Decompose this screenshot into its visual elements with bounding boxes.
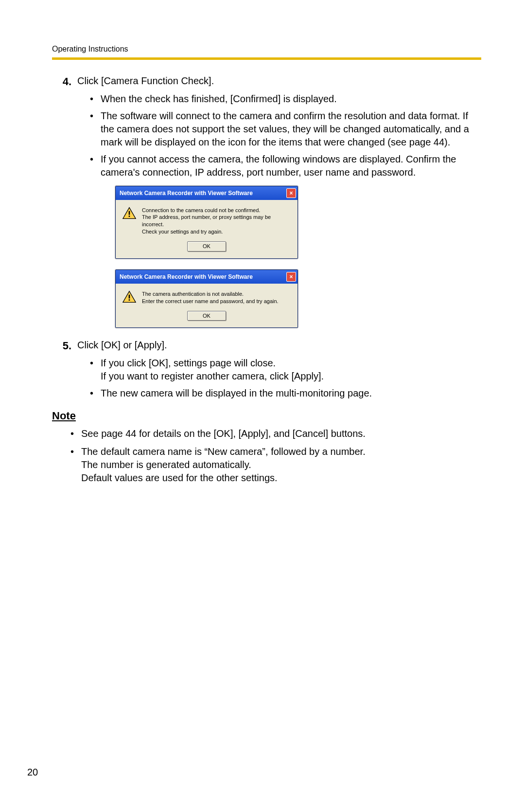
error-dialog-auth: Network Camera Recorder with Viewer Soft… (115, 270, 298, 328)
bullet: If you click [OK], settings page will cl… (90, 357, 481, 383)
error-dialog-connection: Network Camera Recorder with Viewer Soft… (115, 186, 298, 259)
note-heading: Note (52, 409, 481, 423)
bullet: If you cannot access the camera, the fol… (90, 153, 481, 179)
step-5-bullets: If you click [OK], settings page will cl… (90, 357, 481, 400)
bullet: The software will connect to the camera … (90, 109, 481, 149)
step-number: 4. (52, 74, 71, 89)
dialog-title: Network Camera Recorder with Viewer Soft… (120, 189, 286, 197)
svg-rect-4 (129, 294, 130, 298)
step-4-bullets: When the check has finished, [Confirmed]… (90, 92, 481, 179)
step-4: 4. Click [Camera Function Check]. When t… (52, 74, 481, 328)
ok-button[interactable]: OK (187, 311, 226, 321)
svg-rect-1 (129, 211, 130, 215)
dialog-message: The camera authentication is not availab… (142, 290, 279, 305)
dialog-message: Connection to the camera could not be co… (142, 207, 291, 235)
manual-page: Operating Instructions 4. Click [Camera … (52, 44, 481, 489)
close-icon[interactable]: × (286, 188, 296, 198)
header-section: Operating Instructions (52, 44, 481, 54)
note-bullets: See page 44 for details on the [OK], [Ap… (70, 427, 481, 485)
dialog-body: The camera authentication is not availab… (116, 284, 298, 308)
bullet: The new camera will be displayed in the … (90, 387, 481, 400)
dialog-titlebar: Network Camera Recorder with Viewer Soft… (116, 270, 298, 284)
close-icon[interactable]: × (286, 272, 296, 282)
svg-rect-5 (129, 299, 130, 301)
dialog-titlebar: Network Camera Recorder with Viewer Soft… (116, 186, 298, 200)
step-number: 5. (52, 339, 71, 353)
dialog-button-row: OK (116, 238, 298, 258)
bullet: See page 44 for details on the [OK], [Ap… (70, 427, 481, 440)
dialog-body: Connection to the camera could not be co… (116, 200, 298, 238)
page-number: 20 (27, 766, 38, 779)
step-lead: Click [Camera Function Check]. (77, 74, 481, 88)
bullet: When the check has finished, [Confirmed]… (90, 92, 481, 106)
warning-icon (122, 290, 136, 303)
ok-button[interactable]: OK (187, 241, 226, 252)
dialog-title: Network Camera Recorder with Viewer Soft… (120, 273, 286, 281)
dialog-button-row: OK (116, 308, 298, 328)
svg-rect-2 (129, 216, 130, 217)
step-lead: Click [OK] or [Apply]. (77, 339, 481, 352)
warning-icon (122, 207, 136, 219)
steps-list: 4. Click [Camera Function Check]. When t… (52, 74, 481, 400)
header-rule (52, 57, 481, 60)
error-dialogs: Network Camera Recorder with Viewer Soft… (115, 186, 481, 328)
step-5: 5. Click [OK] or [Apply]. If you click [… (52, 339, 481, 400)
bullet: The default camera name is “New camera”,… (70, 445, 481, 485)
